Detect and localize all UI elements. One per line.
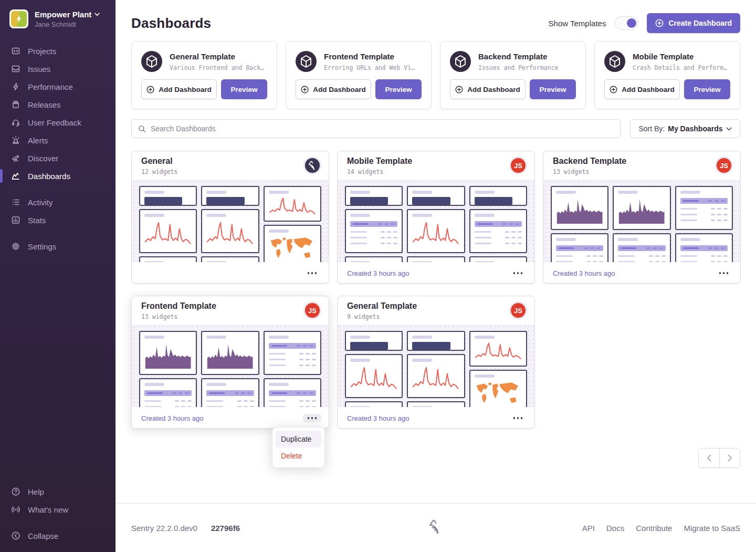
pagination-next-button[interactable] — [719, 449, 740, 467]
preview-button[interactable]: Preview — [684, 79, 730, 99]
avatar: JS — [715, 157, 733, 174]
search-input[interactable] — [151, 124, 614, 133]
page-header: Dashboards Show Templates Create Dashboa… — [131, 12, 740, 35]
sidebar-item-issues[interactable]: Issues — [0, 60, 116, 78]
dashboard-card-mobile-template[interactable]: Mobile Template 14 widgets JS Created 3 … — [337, 151, 535, 284]
projects-icon — [11, 46, 20, 56]
dashboard-widget-count: 14 widgets — [347, 168, 526, 175]
issues-icon — [11, 64, 20, 74]
dashboard-preview — [338, 180, 534, 262]
pagination-prev-button[interactable] — [699, 449, 719, 467]
dashboard-card-backend-template[interactable]: Backend Template 13 widgets JS Created 3… — [543, 151, 741, 284]
sidebar-item-whats-new[interactable]: What's new — [0, 501, 116, 518]
releases-icon — [11, 100, 20, 109]
sort-by-label: Sort By: — [638, 124, 665, 133]
add-dashboard-button[interactable]: Add Dashboard — [141, 79, 217, 99]
add-dashboard-button[interactable]: Add Dashboard — [604, 79, 680, 99]
card-context-menu-button[interactable] — [303, 269, 322, 277]
sidebar-item-label: User Feedback — [28, 118, 81, 127]
org-switcher[interactable]: Empower Plant Jane Schmidt — [0, 0, 116, 34]
dashboard-title[interactable]: Frontend Template — [141, 301, 320, 311]
created-timestamp: Created 3 hours ago — [141, 414, 204, 422]
dashboard-card-general-template[interactable]: General Template 9 widgets JS Created 3 … — [337, 296, 535, 429]
sidebar-item-help[interactable]: Help — [0, 483, 116, 501]
sidebar-item-activity[interactable]: Activity — [0, 193, 116, 211]
template-description: Crash Details and Perform… — [633, 64, 727, 71]
dashboard-title[interactable]: General Template — [347, 301, 526, 311]
sort-by-dropdown[interactable]: Sort By: My Dashboards — [630, 119, 740, 138]
template-card-mobile: Mobile Template Crash Details and Perfor… — [594, 41, 740, 109]
sidebar-item-discover[interactable]: Discover — [0, 149, 116, 167]
dashboard-card-general[interactable]: General 12 widgets — [131, 151, 329, 284]
sidebar-item-user-feedback[interactable]: User Feedback — [0, 113, 116, 131]
dashboard-preview — [338, 325, 534, 407]
dashboard-title[interactable]: General — [141, 157, 320, 166]
sidebar-item-projects[interactable]: Projects — [0, 42, 116, 60]
dashboard-card-frontend-template[interactable]: Frontend Template 13 widgets JS Created … — [131, 296, 329, 429]
dashboards-page: Empower Plant Jane Schmidt Projects — [0, 0, 756, 552]
context-menu-item-delete[interactable]: Delete — [276, 447, 321, 464]
preview-button[interactable]: Preview — [221, 79, 267, 99]
template-title: General Template — [170, 52, 264, 61]
filter-row: Sort By: My Dashboards — [131, 119, 740, 138]
template-description: Erroring URLs and Web Vi… — [324, 64, 415, 71]
sentry-version[interactable]: Sentry 22.2.0.dev0 — [131, 524, 197, 533]
template-cube-icon — [450, 51, 471, 72]
template-description: Issues and Performance — [478, 64, 558, 71]
org-name: Empower Plant — [35, 10, 91, 19]
preview-button[interactable]: Preview — [530, 79, 576, 99]
sidebar-item-alerts[interactable]: Alerts — [0, 131, 116, 149]
add-dashboard-label: Add Dashboard — [313, 86, 366, 93]
page-footer: Sentry 22.2.0.dev0 22796f6 API Docs Cont… — [116, 503, 756, 552]
alerts-icon — [11, 136, 20, 145]
card-context-menu-button-open[interactable] — [303, 414, 322, 422]
dashboard-widget-count: 9 widgets — [347, 313, 526, 320]
toggle-knob — [627, 18, 636, 28]
avatar: JS — [303, 301, 321, 319]
add-dashboard-button[interactable]: Add Dashboard — [450, 79, 526, 99]
create-dashboard-label: Create Dashboard — [668, 19, 732, 27]
stats-icon — [11, 215, 20, 225]
context-menu: Duplicate Delete — [272, 427, 325, 468]
footer-link-migrate[interactable]: Migrate to SaaS — [684, 524, 740, 533]
plus-circle-icon — [146, 86, 154, 93]
show-templates-toggle[interactable] — [614, 16, 638, 30]
sidebar-item-releases[interactable]: Releases — [0, 96, 116, 113]
search-box[interactable] — [131, 119, 621, 138]
sidebar-item-label: Alerts — [28, 136, 48, 145]
help-icon — [11, 487, 20, 496]
footer-link-docs[interactable]: Docs — [606, 524, 624, 533]
settings-icon — [11, 242, 20, 251]
footer-link-api[interactable]: API — [582, 524, 595, 533]
sidebar-nav: Projects Issues Performance — [0, 42, 116, 255]
sidebar-item-settings[interactable]: Settings — [0, 237, 116, 255]
card-context-menu-button[interactable] — [715, 269, 733, 277]
dashboard-title[interactable]: Mobile Template — [347, 157, 526, 166]
build-hash[interactable]: 22796f6 — [211, 524, 240, 533]
template-card-frontend: Frontend Template Erroring URLs and Web … — [286, 41, 432, 109]
preview-button[interactable]: Preview — [375, 79, 422, 99]
plus-circle-icon — [610, 86, 617, 93]
created-timestamp: Created 3 hours ago — [347, 414, 410, 422]
sidebar-item-dashboards[interactable]: Dashboards — [0, 167, 116, 185]
sidebar-item-label: Collapse — [28, 532, 58, 540]
broadcast-icon — [11, 505, 20, 514]
sidebar-item-stats[interactable]: Stats — [0, 211, 116, 229]
dashboard-title[interactable]: Backend Template — [553, 157, 732, 166]
context-menu-item-duplicate[interactable]: Duplicate — [276, 431, 321, 447]
sidebar-bottom: Help What's new Collapse — [0, 483, 116, 552]
card-context-menu-button[interactable] — [509, 414, 528, 422]
chevron-down-icon — [726, 127, 732, 131]
sidebar-item-label: Performance — [28, 82, 73, 91]
sidebar-collapse-button[interactable]: Collapse — [0, 527, 116, 545]
template-cube-icon — [296, 51, 317, 72]
template-title: Backend Template — [478, 52, 558, 61]
sidebar-item-performance[interactable]: Performance — [0, 78, 116, 96]
collapse-icon — [11, 531, 20, 540]
add-dashboard-button[interactable]: Add Dashboard — [296, 79, 371, 99]
create-dashboard-button[interactable]: Create Dashboard — [647, 13, 740, 33]
card-context-menu-button[interactable] — [509, 269, 528, 277]
dashboard-preview — [132, 325, 329, 407]
footer-link-contribute[interactable]: Contribute — [636, 524, 672, 533]
template-title: Mobile Template — [633, 52, 727, 61]
